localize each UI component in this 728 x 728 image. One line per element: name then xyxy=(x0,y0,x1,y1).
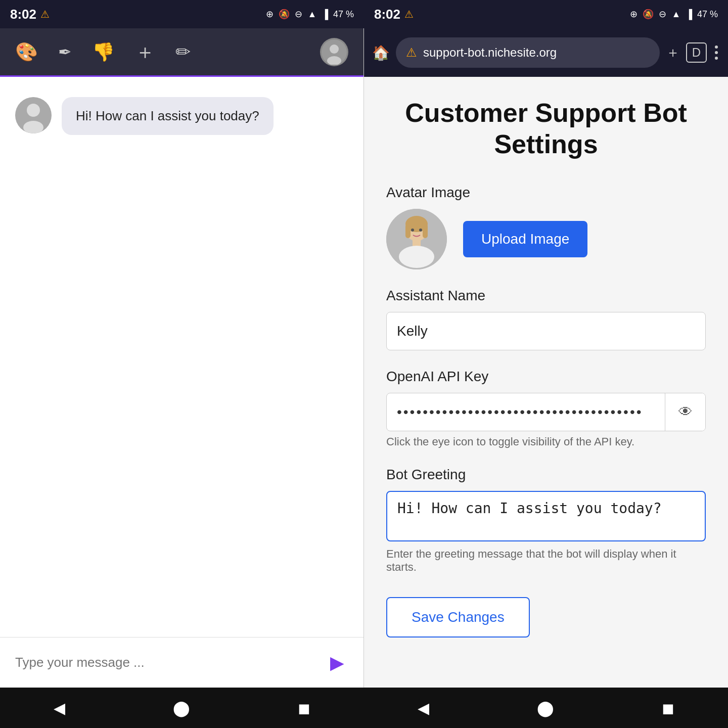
back-button-left[interactable]: ◀ xyxy=(54,699,65,717)
url-bar[interactable]: ⚠ support-bot.nichesite.org xyxy=(396,37,660,68)
settings-title: Customer Support Bot Settings xyxy=(386,97,706,160)
wifi-icon: ▲ xyxy=(307,9,316,20)
bot-greeting-hint: Enter the greeting message that the bot … xyxy=(386,548,706,574)
right-time: 8:02 xyxy=(374,7,400,22)
upload-image-button[interactable]: Upload Image xyxy=(463,221,587,257)
mute-icon: 🔕 xyxy=(279,9,290,20)
toggle-api-key-button[interactable]: 👁 xyxy=(665,393,705,431)
palette-icon[interactable]: 🎨 xyxy=(15,41,38,63)
chat-input[interactable] xyxy=(10,646,313,680)
send-button[interactable]: ▶ xyxy=(321,647,353,679)
svg-point-14 xyxy=(419,229,422,232)
pencil-icon[interactable]: ✏ xyxy=(175,41,191,63)
assistant-name-group: Assistant Name xyxy=(386,288,706,350)
svg-rect-9 xyxy=(405,224,411,238)
battery-left: 47 % xyxy=(333,9,354,20)
avatar-image-label: Avatar Image xyxy=(386,185,706,201)
thumbsdown-icon[interactable]: 👎 xyxy=(92,41,115,63)
avatar-image-group: Avatar Image xyxy=(386,185,706,269)
bot-chat-avatar xyxy=(15,97,52,133)
new-tab-button[interactable]: ＋ xyxy=(666,43,680,62)
api-key-input[interactable] xyxy=(387,393,665,431)
browser-menu-button[interactable] xyxy=(713,43,720,62)
assistant-name-input[interactable] xyxy=(386,312,706,350)
svg-point-4 xyxy=(27,104,40,117)
settings-avatar xyxy=(386,209,447,269)
pen-icon[interactable]: ✒ xyxy=(58,42,72,62)
menu-dot-2 xyxy=(715,51,718,54)
left-time: 8:02 xyxy=(10,7,36,22)
dnd-icon-r: ⊖ xyxy=(659,9,666,20)
battery-right: 47 % xyxy=(697,9,718,20)
api-key-group: OpenAI API Key 👁 Click the eye icon to t… xyxy=(386,369,706,448)
mute-icon-r: 🔕 xyxy=(643,9,654,20)
home-button-left[interactable]: ⬤ xyxy=(173,699,190,717)
url-warning-icon: ⚠ xyxy=(406,46,417,60)
nfc-icon: ⊕ xyxy=(266,9,274,20)
toolbar-avatar xyxy=(320,38,348,66)
svg-point-13 xyxy=(411,229,414,232)
api-key-hint: Click the eye icon to toggle visibility … xyxy=(386,435,706,448)
eye-icon: 👁 xyxy=(678,403,693,420)
dnd-icon: ⊖ xyxy=(295,9,302,20)
recents-button-right[interactable]: ◼ xyxy=(662,699,674,717)
menu-dot-1 xyxy=(715,46,718,49)
svg-rect-10 xyxy=(423,224,428,238)
bot-greeting-label: Bot Greeting xyxy=(386,467,706,483)
api-key-label: OpenAI API Key xyxy=(386,369,706,385)
svg-point-12 xyxy=(399,246,434,268)
browser-chrome: 🏠 ⚠ support-bot.nichesite.org ＋ D xyxy=(364,28,728,77)
right-alert-icon: ⚠ xyxy=(404,8,414,20)
add-icon[interactable]: ＋ xyxy=(135,38,155,66)
url-text: support-bot.nichesite.org xyxy=(423,46,650,60)
send-icon: ▶ xyxy=(330,652,344,673)
browser-home-button[interactable]: 🏠 xyxy=(372,44,390,61)
right-bottom-nav: ◀ ⬤ ◼ xyxy=(364,688,728,728)
chat-bubble: Hi! How can I assist you today? xyxy=(62,97,274,135)
signal-icon-r: ▐ xyxy=(686,9,692,20)
signal-icon: ▐ xyxy=(322,9,328,20)
svg-point-5 xyxy=(23,121,43,133)
wifi-icon-r: ▲ xyxy=(671,9,680,20)
chat-messages: Hi! How can I assist you today? xyxy=(0,77,363,637)
bot-greeting-group: Bot Greeting Enter the greeting message … xyxy=(386,467,706,574)
assistant-name-label: Assistant Name xyxy=(386,288,706,304)
home-button-right[interactable]: ⬤ xyxy=(537,699,554,717)
bot-greeting-input[interactable] xyxy=(386,491,706,541)
chat-message-row: Hi! How can I assist you today? xyxy=(15,97,348,135)
recents-button-left[interactable]: ◼ xyxy=(298,699,310,717)
left-bottom-nav: ◀ ⬤ ◼ xyxy=(0,688,364,728)
save-changes-button[interactable]: Save Changes xyxy=(386,597,530,638)
back-button-right[interactable]: ◀ xyxy=(418,699,429,717)
settings-content: Customer Support Bot Settings Avatar Ima… xyxy=(364,77,728,688)
chat-input-area: ▶ xyxy=(0,637,363,688)
menu-dot-3 xyxy=(715,57,718,60)
tab-switcher-button[interactable]: D xyxy=(686,42,707,63)
svg-point-1 xyxy=(330,44,339,54)
nfc-icon-r: ⊕ xyxy=(630,9,638,20)
left-alert-icon: ⚠ xyxy=(40,8,50,20)
